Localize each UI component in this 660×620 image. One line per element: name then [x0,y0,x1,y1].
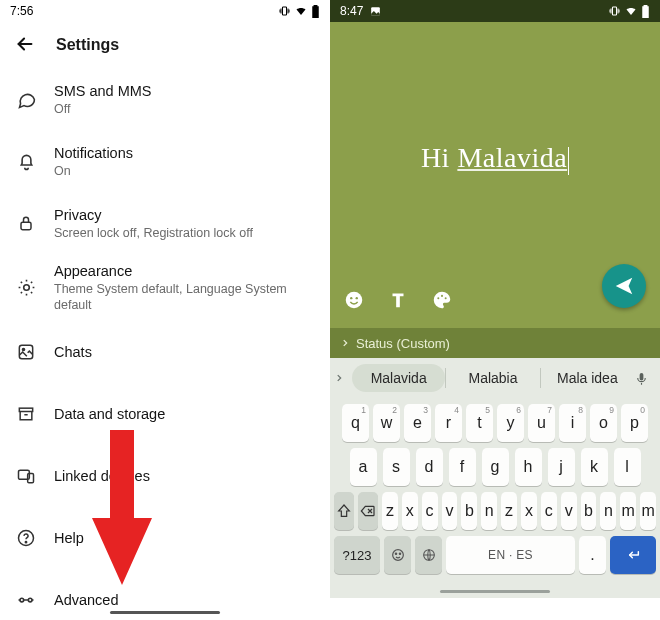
key-h[interactable]: h [515,448,542,486]
key-c[interactable]: c [422,492,438,530]
key-q[interactable]: q1 [342,404,369,442]
key-d[interactable]: d [416,448,443,486]
settings-header: Settings [0,22,330,68]
item-title: Data and storage [54,405,318,423]
settings-item-storage[interactable]: Data and storage [0,383,330,445]
key-o[interactable]: o9 [590,404,617,442]
suggestion-2[interactable]: Malabia [446,364,539,392]
devices-icon [12,466,40,486]
svg-point-14 [356,297,358,299]
emoji-key[interactable] [384,536,411,574]
key-j[interactable]: j [548,448,575,486]
shift-key[interactable] [334,492,354,530]
mic-button[interactable] [634,371,656,386]
wifi-icon [624,5,638,17]
key-p[interactable]: p0 [621,404,648,442]
key-c[interactable]: c [541,492,557,530]
key-y[interactable]: y6 [497,404,524,442]
key-n[interactable]: n [481,492,497,530]
svg-point-3 [22,348,24,350]
key-v[interactable]: v [561,492,577,530]
key-u[interactable]: u7 [528,404,555,442]
svg-rect-0 [21,222,31,230]
key-t[interactable]: t5 [466,404,493,442]
key-x[interactable]: x [402,492,418,530]
text-style-button[interactable] [386,288,410,312]
item-title: Notifications [54,144,318,162]
item-title: Privacy [54,206,318,224]
key-i[interactable]: i8 [559,404,586,442]
settings-item-linked[interactable]: Linked devices [0,445,330,507]
svg-point-16 [441,295,443,297]
wifi-icon [294,5,308,17]
story-canvas[interactable]: 8:47 Hi Malavida [330,0,660,358]
keyboard-row-1: q1w2e3r4t5y6u7i8o9p0 [330,404,660,442]
left-phone: 7:56 Settings SMS and MMS Off [0,0,330,620]
settings-item-privacy[interactable]: Privacy Screen lock off, Registration lo… [0,192,330,254]
status-icons [278,5,320,18]
space-key[interactable]: EN · ES [446,536,575,574]
key-a[interactable]: a [350,448,377,486]
key-b[interactable]: b [461,492,477,530]
key-m[interactable]: m [640,492,656,530]
settings-item-notifications[interactable]: Notifications On [0,130,330,192]
key-f[interactable]: f [449,448,476,486]
key-g[interactable]: g [482,448,509,486]
back-button[interactable] [14,33,38,57]
bell-icon [12,151,40,172]
story-word: Malavida [457,142,567,173]
text-cursor [568,147,569,175]
battery-icon [311,5,320,18]
story-text-input[interactable]: Hi Malavida [330,142,660,175]
right-phone: 8:47 Hi Malavida [330,0,660,620]
settings-item-appearance[interactable]: Appearance Theme System default, Languag… [0,254,330,321]
code-icon [12,590,40,610]
key-b[interactable]: b [581,492,597,530]
chat-bubble-icon [12,89,40,110]
sun-icon [12,277,40,298]
status-icons [608,5,650,18]
key-l[interactable]: l [614,448,641,486]
settings-item-chats[interactable]: Chats [0,321,330,383]
item-title: Advanced [54,591,318,609]
enter-key[interactable] [610,536,656,574]
suggestions-expand-icon[interactable] [334,373,352,383]
settings-item-sms[interactable]: SMS and MMS Off [0,68,330,130]
palette-button[interactable] [430,288,454,312]
home-indicator[interactable] [440,590,550,593]
key-x[interactable]: x [521,492,537,530]
item-sub: On [54,163,318,179]
key-s[interactable]: s [383,448,410,486]
suggestion-1[interactable]: Malavida [352,364,445,392]
svg-point-12 [346,292,363,309]
key-n[interactable]: n [600,492,616,530]
settings-item-help[interactable]: Help [0,507,330,569]
key-r[interactable]: r4 [435,404,462,442]
language-key[interactable] [415,536,442,574]
key-z[interactable]: z [382,492,398,530]
svg-point-1 [23,285,29,291]
svg-rect-4 [19,408,32,411]
key-z[interactable]: z [501,492,517,530]
item-sub: Off [54,101,318,117]
key-e[interactable]: e3 [404,404,431,442]
key-v[interactable]: v [442,492,458,530]
period-key[interactable]: . [579,536,606,574]
suggestion-3[interactable]: Mala idea [541,364,634,392]
key-m[interactable]: m [620,492,636,530]
emoji-button[interactable] [342,288,366,312]
status-recipient-chip[interactable]: Status (Custom) [330,328,660,358]
item-title: Linked devices [54,467,318,485]
backspace-key[interactable] [358,492,378,530]
status-bar-left: 7:56 [0,0,330,22]
suggestion-bar: Malavida Malabia Mala idea [330,358,660,398]
symbols-key[interactable]: ?123 [334,536,380,574]
key-w[interactable]: w2 [373,404,400,442]
home-indicator[interactable] [110,611,220,614]
archive-icon [12,404,40,424]
key-k[interactable]: k [581,448,608,486]
status-bar-right: 8:47 [330,0,660,22]
svg-point-17 [445,297,447,299]
story-prefix: Hi [421,142,458,173]
send-button[interactable] [602,264,646,308]
